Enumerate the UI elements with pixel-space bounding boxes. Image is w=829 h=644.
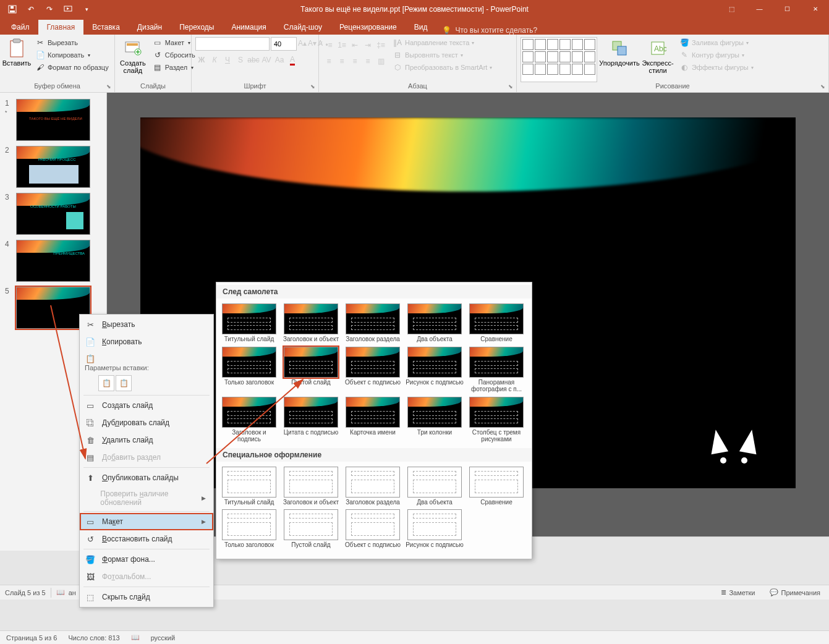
maximize-button[interactable]: ☐ bbox=[773, 0, 801, 18]
quick-styles-button[interactable]: Abc Экспресс-стили bbox=[642, 37, 674, 82]
cm-hide-slide[interactable]: ⬚Скрыть слайд bbox=[80, 588, 213, 606]
layout-option[interactable]: Заголовок и объект bbox=[281, 302, 341, 344]
close-button[interactable]: ✕ bbox=[801, 0, 829, 18]
layout-option[interactable]: Столбец с тремя рисунками bbox=[466, 396, 527, 444]
ribbon-options-button[interactable]: ⬚ bbox=[718, 0, 746, 18]
reset-button[interactable]: ↺Сбросить bbox=[151, 49, 197, 61]
cm-publish[interactable]: ⬆Опубликовать слайды bbox=[80, 469, 213, 486]
tab-insert[interactable]: Вставка bbox=[83, 20, 129, 35]
layout-option[interactable]: Пустой слайд bbox=[281, 508, 341, 550]
cm-reset[interactable]: ↺Восстановить слайд bbox=[80, 530, 213, 548]
font-dialog-launcher[interactable]: ⬊ bbox=[308, 82, 317, 91]
tab-animations[interactable]: Анимация bbox=[223, 20, 274, 35]
layout-option[interactable]: Рисунок с подписью bbox=[404, 508, 465, 550]
cm-duplicate[interactable]: ⿻Дублировать слайд bbox=[80, 414, 213, 431]
cm-new-slide[interactable]: ▭Создать слайд bbox=[80, 397, 213, 414]
comments-button[interactable]: 💬Примечания bbox=[766, 587, 824, 598]
cm-format-bg[interactable]: 🪣Формат фона... bbox=[80, 551, 213, 568]
slide-position[interactable]: Слайд 5 из 5 bbox=[5, 589, 46, 596]
clipboard-dialog-launcher[interactable]: ⬊ bbox=[104, 82, 113, 91]
paragraph-dialog-launcher[interactable]: ⬊ bbox=[506, 82, 515, 91]
tab-slideshow[interactable]: Слайд-шоу bbox=[275, 20, 331, 35]
tab-view[interactable]: Вид bbox=[406, 20, 436, 35]
document-language[interactable]: русский bbox=[151, 634, 175, 642]
minimize-button[interactable]: — bbox=[746, 0, 773, 18]
layout-option[interactable]: Титульный слайд bbox=[219, 302, 279, 344]
align-text-button[interactable]: ⊟Выровнять текст▾ bbox=[391, 49, 494, 61]
layout-option[interactable]: Панорамная фотография с п... bbox=[466, 345, 527, 394]
tab-review[interactable]: Рецензирование bbox=[331, 20, 406, 35]
layout-option[interactable]: Два объекта bbox=[404, 465, 465, 507]
shadow-button[interactable]: S bbox=[234, 54, 247, 66]
decrease-indent-button[interactable]: ⇤ bbox=[349, 39, 361, 51]
shape-outline-button[interactable]: ✎Контур фигуры▾ bbox=[678, 49, 755, 61]
spellcheck-icon[interactable]: 📖 bbox=[56, 588, 65, 596]
layout-option[interactable]: Только заголовок bbox=[219, 345, 279, 394]
columns-button[interactable]: ▥ bbox=[375, 55, 387, 67]
align-center-button[interactable]: ≡ bbox=[336, 55, 348, 67]
line-spacing-button[interactable]: ‡≡ bbox=[375, 39, 387, 51]
italic-button[interactable]: К bbox=[208, 54, 221, 66]
numbering-button[interactable]: 1≡ bbox=[336, 39, 348, 51]
undo-button[interactable]: ↶ bbox=[22, 2, 40, 17]
layout-option[interactable]: Сравнение bbox=[466, 302, 527, 344]
section-button[interactable]: ▤Раздел▾ bbox=[151, 62, 197, 73]
bullets-button[interactable]: •≡ bbox=[323, 39, 335, 51]
text-direction-button[interactable]: ‖AНаправление текста▾ bbox=[391, 37, 494, 48]
align-left-button[interactable]: ≡ bbox=[323, 55, 335, 67]
cm-copy[interactable]: 📄Копировать bbox=[80, 333, 213, 350]
layout-option[interactable]: Пустой слайд bbox=[281, 345, 341, 394]
save-button[interactable] bbox=[4, 2, 21, 17]
drawing-dialog-launcher[interactable]: ⬊ bbox=[818, 82, 827, 91]
tab-design[interactable]: Дизайн bbox=[129, 20, 171, 35]
layout-option[interactable]: Объект с подписью bbox=[342, 345, 403, 394]
shape-fill-button[interactable]: 🪣Заливка фигуры▾ bbox=[678, 37, 755, 48]
cm-layout[interactable]: ▭Макет▶ bbox=[80, 513, 213, 530]
language-short[interactable]: ан bbox=[69, 589, 76, 596]
start-from-beginning-button[interactable] bbox=[59, 2, 77, 17]
layout-option[interactable]: Заголовок и подпись bbox=[219, 396, 279, 444]
shape-effects-button[interactable]: ◐Эффекты фигуры▾ bbox=[678, 62, 755, 73]
paste-use-destination-theme[interactable]: 📋 bbox=[98, 375, 114, 391]
layout-option[interactable]: Заголовок раздела bbox=[342, 465, 403, 507]
page-position[interactable]: Страница 5 из 6 bbox=[6, 634, 57, 642]
change-case-button[interactable]: Aa bbox=[273, 54, 286, 66]
tab-home[interactable]: Главная bbox=[38, 20, 84, 35]
word-count[interactable]: Число слов: 813 bbox=[68, 634, 119, 642]
thumb-1[interactable]: 1*ТАКОГО ВЫ ЕЩЁ НЕ ВИДЕЛИ bbox=[0, 96, 106, 143]
tab-file[interactable]: Файл bbox=[2, 20, 38, 35]
layout-option[interactable]: Титульный слайд bbox=[219, 465, 279, 507]
copy-button[interactable]: 📄Копировать▾ bbox=[33, 49, 111, 61]
proofing-icon[interactable]: 📖 bbox=[131, 633, 140, 642]
layout-option[interactable]: Два объекта bbox=[404, 302, 465, 344]
justify-button[interactable]: ≡ bbox=[362, 55, 374, 67]
tab-transitions[interactable]: Переходы bbox=[171, 20, 223, 35]
strike-button[interactable]: abc bbox=[247, 54, 260, 66]
cm-cut[interactable]: ✂Вырезать bbox=[80, 316, 213, 333]
cut-button[interactable]: ✂Вырезать bbox=[33, 37, 111, 48]
layout-option[interactable]: Заголовок и объект bbox=[281, 465, 341, 507]
increase-font-button[interactable]: A▴ bbox=[298, 37, 307, 49]
layout-option[interactable]: Заголовок раздела bbox=[342, 302, 403, 344]
tell-me-search[interactable]: 💡 Что вы хотите сделать? bbox=[436, 26, 543, 35]
layout-option[interactable]: Объект с подписью bbox=[342, 508, 403, 550]
layout-option[interactable]: Сравнение bbox=[466, 465, 527, 507]
thumb-3[interactable]: 3ОСОБЕННОСТИ РАБОТЫ bbox=[0, 190, 106, 237]
layout-option[interactable]: Рисунок с подписью bbox=[404, 345, 465, 394]
cm-delete[interactable]: 🗑Удалить слайд bbox=[80, 431, 213, 449]
thumb-2[interactable]: 2РАБОЧИЙ ПРОЦЕСС bbox=[0, 143, 106, 190]
layout-option[interactable]: Цитата с подписью bbox=[281, 396, 341, 444]
layout-option[interactable]: Только заголовок bbox=[219, 508, 279, 550]
new-slide-button[interactable]: Создать слайд bbox=[119, 37, 147, 82]
redo-button[interactable]: ↷ bbox=[41, 2, 58, 17]
align-right-button[interactable]: ≡ bbox=[349, 55, 361, 67]
font-size-combo[interactable] bbox=[271, 37, 297, 51]
notes-button[interactable]: ≣Заметки bbox=[717, 587, 759, 598]
font-family-combo[interactable] bbox=[195, 37, 270, 51]
font-color-button[interactable]: A bbox=[286, 54, 299, 66]
smartart-button[interactable]: ⬡Преобразовать в SmartArt▾ bbox=[391, 62, 494, 73]
bold-button[interactable]: Ж bbox=[195, 54, 208, 66]
increase-indent-button[interactable]: ⇥ bbox=[362, 39, 374, 51]
qat-customize-button[interactable]: ▾ bbox=[78, 2, 95, 17]
layout-option[interactable]: Три колонки bbox=[404, 396, 465, 444]
